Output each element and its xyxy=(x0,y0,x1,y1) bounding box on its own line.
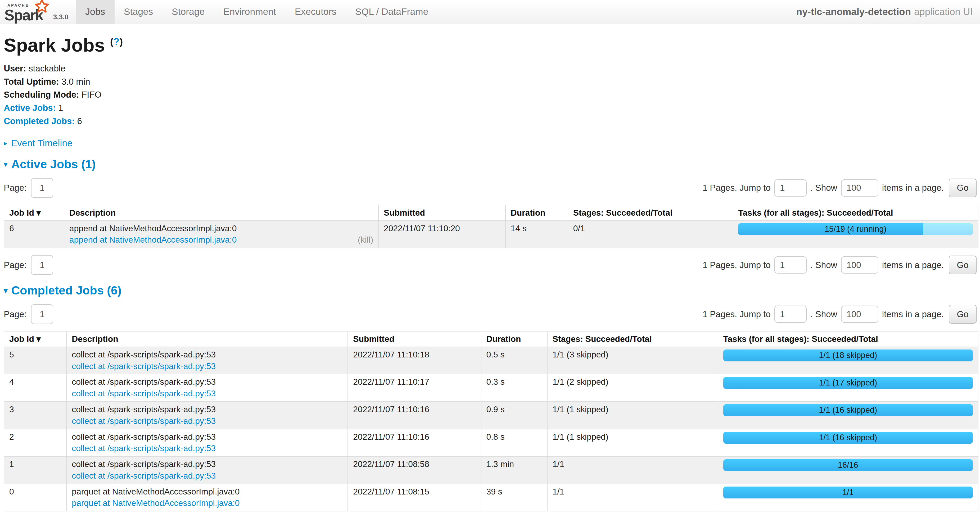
pages-jump-text: 1 Pages. Jump to xyxy=(703,183,771,193)
description-cell: collect at /spark-scripts/spark-ad.py:53… xyxy=(67,347,348,374)
pages-jump-text: 1 Pages. Jump to xyxy=(703,260,771,270)
column-header[interactable]: Duration xyxy=(506,205,568,221)
table-row: 2collect at /spark-scripts/spark-ad.py:5… xyxy=(4,429,978,457)
column-header[interactable]: Stages: Succeeded/Total xyxy=(547,331,718,347)
summary-label: Total Uptime: xyxy=(4,77,59,87)
pagination-bar: Page: 1 Pages. Jump to . Show items in a… xyxy=(4,304,977,324)
description-cell: collect at /spark-scripts/spark-ad.py:53… xyxy=(67,374,348,402)
job-link[interactable]: collect at /spark-scripts/spark-ad.py:53 xyxy=(72,443,216,453)
app-name: ny-tlc-anomaly-detection xyxy=(796,6,911,17)
jump-to-page-input[interactable] xyxy=(774,306,807,323)
items-per-page-input[interactable] xyxy=(841,306,878,323)
stages-cell: 1/1 xyxy=(547,484,718,511)
stages-cell: 0/1 xyxy=(568,221,733,248)
summary-item: Scheduling Mode: FIFO xyxy=(4,89,977,100)
active-jobs-table: Job Id ▾DescriptionSubmittedDurationStag… xyxy=(4,205,978,248)
tab-executors[interactable]: Executors xyxy=(285,0,346,24)
kill-link[interactable]: (kill) xyxy=(358,234,373,246)
page-input[interactable] xyxy=(31,255,53,275)
job-link[interactable]: append at NativeMethodAccessorImpl.java:… xyxy=(69,235,237,245)
app-ui-suffix: application UI xyxy=(914,6,973,17)
page-input[interactable] xyxy=(31,178,53,198)
task-progress-bar: 1/1 (16 skipped) xyxy=(723,404,973,416)
page-content: Spark Jobs (?) User: stackableTotal Upti… xyxy=(0,34,980,513)
completed-jobs-table: Job Id ▾DescriptionSubmittedDurationStag… xyxy=(4,331,978,511)
progress-label: 1/1 (16 skipped) xyxy=(723,404,973,416)
job-description: collect at /spark-scripts/spark-ad.py:53 xyxy=(72,376,342,388)
show-label: . Show xyxy=(810,309,837,319)
navbar: APACHE Spark 3.3.0 JobsStagesStorageEnvi… xyxy=(0,0,980,24)
column-header[interactable]: Description xyxy=(64,205,379,221)
task-progress-bar: 16/16 xyxy=(723,459,973,471)
description-cell: collect at /spark-scripts/spark-ad.py:53… xyxy=(67,402,348,429)
completed-jobs-header[interactable]: ▾ Completed Jobs (6) xyxy=(4,284,977,297)
column-header[interactable]: Description xyxy=(67,331,348,347)
summary-label[interactable]: Completed Jobs: xyxy=(4,116,75,126)
job-link[interactable]: collect at /spark-scripts/spark-ad.py:53 xyxy=(72,361,216,371)
column-header[interactable]: Submitted xyxy=(379,205,506,221)
go-button[interactable]: Go xyxy=(949,256,977,274)
expanded-arrow-icon: ▾ xyxy=(4,160,7,168)
duration-cell: 1.3 min xyxy=(481,456,547,484)
column-header[interactable]: Submitted xyxy=(348,331,481,347)
stages-cell: 1/1 (1 skipped) xyxy=(547,402,718,429)
summary-label: User: xyxy=(4,64,26,73)
summary-label[interactable]: Active Jobs: xyxy=(4,103,56,113)
pagination-bar: Page: 1 Pages. Jump to . Show items in a… xyxy=(4,178,977,198)
job-id-cell: 1 xyxy=(4,456,67,484)
column-header[interactable]: Tasks (for all stages): Succeeded/Total xyxy=(718,331,978,347)
tab-sql-dataframe[interactable]: SQL / DataFrame xyxy=(346,0,438,24)
summary-item: Completed Jobs: 6 xyxy=(4,116,977,127)
table-row: 5collect at /spark-scripts/spark-ad.py:5… xyxy=(4,347,978,374)
column-header[interactable]: Tasks (for all stages): Succeeded/Total xyxy=(733,205,978,221)
pages-jump-text: 1 Pages. Jump to xyxy=(703,309,771,319)
job-description: collect at /spark-scripts/spark-ad.py:53 xyxy=(72,404,342,415)
page-input[interactable] xyxy=(31,304,53,324)
tab-environment[interactable]: Environment xyxy=(214,0,286,24)
tab-storage[interactable]: Storage xyxy=(162,0,214,24)
table-row: 6append at NativeMethodAccessorImpl.java… xyxy=(4,221,978,248)
go-button[interactable]: Go xyxy=(949,305,977,324)
submitted-cell: 2022/11/07 11:10:17 xyxy=(348,374,481,402)
nav-tabs: JobsStagesStorageEnvironmentExecutorsSQL… xyxy=(76,0,438,24)
description-cell: parquet at NativeMethodAccessorImpl.java… xyxy=(67,484,348,511)
tasks-cell: 1/1 (16 skipped) xyxy=(718,402,978,429)
items-per-page-input[interactable] xyxy=(841,256,878,273)
description-cell: append at NativeMethodAccessorImpl.java:… xyxy=(64,221,379,248)
column-header[interactable]: Stages: Succeeded/Total xyxy=(568,205,733,221)
items-per-page-input[interactable] xyxy=(841,179,878,197)
column-header[interactable]: Job Id ▾ xyxy=(4,331,67,347)
pagination-bar: Page: 1 Pages. Jump to . Show items in a… xyxy=(4,255,977,275)
duration-cell: 14 s xyxy=(506,221,568,248)
event-timeline-toggle[interactable]: ▸ Event Timeline xyxy=(4,138,977,149)
event-timeline-label: Event Timeline xyxy=(11,138,72,149)
job-link[interactable]: collect at /spark-scripts/spark-ad.py:53 xyxy=(72,389,216,398)
jump-to-page-input[interactable] xyxy=(774,179,807,197)
tab-stages[interactable]: Stages xyxy=(115,0,162,24)
help-link[interactable]: ? xyxy=(113,36,119,47)
job-link[interactable]: collect at /spark-scripts/spark-ad.py:53 xyxy=(72,471,216,480)
jump-to-page-input[interactable] xyxy=(774,256,807,273)
tasks-cell: 1/1 (18 skipped) xyxy=(718,347,978,374)
table-row: 1collect at /spark-scripts/spark-ad.py:5… xyxy=(4,456,978,484)
active-jobs-header[interactable]: ▾ Active Jobs (1) xyxy=(4,157,977,171)
duration-cell: 0.3 s xyxy=(481,374,547,402)
column-header[interactable]: Job Id ▾ xyxy=(4,205,64,221)
go-button[interactable]: Go xyxy=(949,179,977,197)
tasks-cell: 1/1 (16 skipped) xyxy=(718,429,978,457)
submitted-cell: 2022/11/07 11:08:58 xyxy=(348,456,481,484)
progress-label: 1/1 (18 skipped) xyxy=(723,349,973,361)
duration-cell: 39 s xyxy=(481,484,547,511)
job-id-cell: 3 xyxy=(4,402,67,429)
spark-version: 3.3.0 xyxy=(53,13,68,21)
task-progress-bar: 1/1 (17 skipped) xyxy=(723,377,973,389)
stages-cell: 1/1 (3 skipped) xyxy=(547,347,718,374)
column-header[interactable]: Duration xyxy=(481,331,547,347)
show-label: . Show xyxy=(810,183,837,193)
page-title: Spark Jobs (?) xyxy=(4,34,977,56)
job-link[interactable]: collect at /spark-scripts/spark-ad.py:53 xyxy=(72,416,216,426)
items-in-page-label: items in a page. xyxy=(882,309,944,319)
task-progress-bar: 1/1 xyxy=(723,486,973,499)
tab-jobs[interactable]: Jobs xyxy=(76,0,115,24)
job-link[interactable]: parquet at NativeMethodAccessorImpl.java… xyxy=(72,498,240,508)
